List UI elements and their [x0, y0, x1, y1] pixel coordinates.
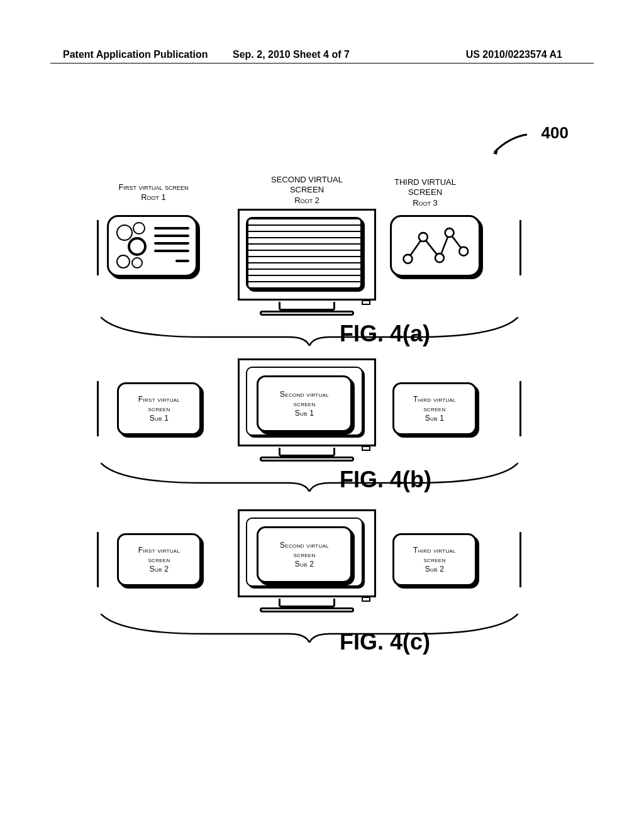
rowB-screen2-text: Second virtualscreenSub 1 [280, 390, 329, 418]
fig-label-c: FIG. 4(c) [340, 629, 430, 655]
rowA-mid-title: SECOND VIRTUALSCREENRoot 2 [238, 175, 376, 206]
rowC-right-bracket [519, 532, 521, 587]
rowB-brace [101, 463, 518, 492]
rowB-screen1-thumb: First virtualscreenSub 1 [117, 382, 201, 435]
monitor-button-icon [362, 446, 370, 451]
rowC-left-bracket [97, 532, 99, 587]
rowA-monitor-inner [246, 217, 363, 290]
rowC-brace [101, 614, 518, 643]
rowB-left-bracket [97, 381, 99, 436]
rowC-monitor-thumb: Second virtualscreenSub 2 [257, 526, 352, 583]
rowB-screen3-text: Third virtualscreenSub 1 [413, 395, 456, 423]
svg-point-6 [435, 253, 444, 262]
rowB-screen3-thumb: Third virtualscreenSub 1 [392, 382, 477, 435]
rowB-monitor: Second virtualscreenSub 1 [238, 358, 376, 465]
graph-sketch [396, 221, 475, 271]
header-left: Patent Application Publication [63, 49, 208, 60]
header-right: US 2010/0223574 A1 [466, 49, 562, 60]
ref-arrow-icon [491, 133, 528, 155]
fig-label-a: FIG. 4(a) [340, 321, 430, 347]
rowB-screen1-text: First virtualscreenSub 1 [138, 395, 180, 423]
rowB-right-bracket [519, 381, 521, 436]
rowB-monitor-thumb: Second virtualscreenSub 1 [257, 375, 352, 432]
rowA-brace [101, 317, 518, 346]
svg-point-4 [404, 255, 413, 263]
ref-number: 400 [541, 123, 569, 143]
fig-label-b: FIG. 4(b) [340, 467, 431, 493]
rowA-screen1-thumb [107, 215, 197, 277]
icons-sketch [113, 221, 192, 271]
rowA-left-bracket [97, 220, 99, 275]
monitor-button-icon [362, 597, 370, 602]
rowC-screen2-text: Second virtualscreenSub 2 [280, 541, 329, 569]
rowA-left-title: First virtual screenRoot 1 [103, 182, 204, 203]
rowC-screen1-thumb: First virtualscreenSub 2 [117, 533, 201, 586]
monitor-button-icon [362, 300, 370, 305]
rowC-monitor: Second virtualscreenSub 2 [238, 509, 376, 616]
rowA-right-title: THIRD VIRTUALSCREENRoot 3 [375, 177, 475, 208]
rowC-screen3-text: Third virtualscreenSub 2 [413, 546, 456, 574]
rowA-monitor: SECOND VIRTUALSCREENRoot 2 [238, 209, 376, 319]
svg-point-5 [419, 233, 428, 241]
rowA-screen3-thumb [390, 215, 480, 277]
svg-point-7 [445, 228, 454, 237]
rowC-screen3-thumb: Third virtualscreenSub 2 [392, 533, 477, 586]
svg-point-8 [459, 247, 468, 256]
header-mid: Sep. 2, 2010 Sheet 4 of 7 [233, 49, 350, 60]
rowA-right-bracket [519, 220, 521, 275]
header-rule [50, 63, 594, 64]
rowA-monitor-content [247, 218, 362, 289]
rowC-screen1-text: First virtualscreenSub 2 [138, 546, 180, 574]
